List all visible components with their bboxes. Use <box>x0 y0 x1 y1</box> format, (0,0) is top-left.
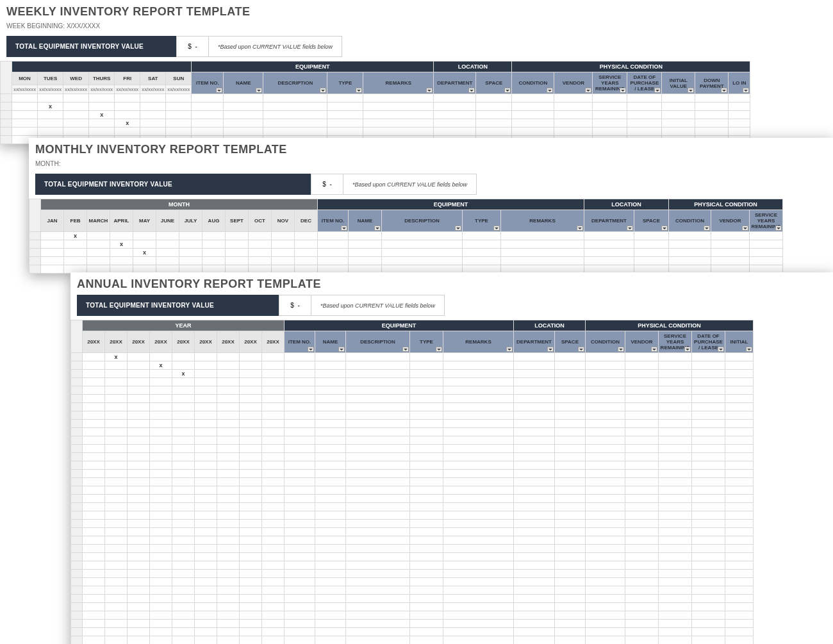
cell[interactable] <box>586 470 625 478</box>
cell[interactable] <box>443 361 514 370</box>
cell[interactable] <box>240 420 262 428</box>
date-placeholder[interactable]: xx/xx/xxxx <box>12 85 38 94</box>
cell[interactable] <box>659 386 692 395</box>
cell[interactable] <box>128 495 150 503</box>
cell[interactable] <box>262 636 285 645</box>
cell[interactable] <box>38 111 63 119</box>
cell[interactable] <box>315 611 346 620</box>
cell[interactable] <box>263 128 327 136</box>
cell[interactable] <box>150 545 172 553</box>
cell[interactable] <box>128 461 150 470</box>
cell[interactable] <box>346 461 410 470</box>
cell[interactable] <box>105 603 128 611</box>
cell[interactable] <box>133 232 156 240</box>
cell[interactable] <box>382 240 463 249</box>
cell[interactable] <box>195 428 217 436</box>
cell[interactable] <box>150 570 172 578</box>
cell[interactable] <box>659 470 692 478</box>
cell[interactable] <box>172 561 195 570</box>
cell[interactable] <box>443 595 514 603</box>
cell[interactable] <box>262 561 285 570</box>
cell[interactable] <box>285 595 315 603</box>
cell[interactable] <box>166 119 192 128</box>
cell[interactable] <box>555 628 586 636</box>
cell[interactable] <box>346 570 410 578</box>
cell[interactable] <box>729 94 750 103</box>
cell[interactable] <box>514 578 555 586</box>
cell[interactable] <box>262 428 285 436</box>
cell[interactable] <box>586 545 625 553</box>
cell[interactable] <box>64 257 87 265</box>
cell[interactable] <box>410 511 443 520</box>
cell[interactable] <box>501 257 584 265</box>
cell[interactable] <box>217 553 240 561</box>
cell[interactable] <box>128 411 150 420</box>
cell[interactable] <box>262 553 285 561</box>
cell[interactable] <box>150 620 172 628</box>
filter-dropdown-icon[interactable] <box>661 226 668 231</box>
cell[interactable] <box>315 578 346 586</box>
cell[interactable] <box>217 536 240 545</box>
cell[interactable] <box>150 378 172 386</box>
cell[interactable] <box>434 128 476 136</box>
cell[interactable] <box>627 128 662 136</box>
cell[interactable] <box>83 511 105 520</box>
cell[interactable] <box>83 386 105 395</box>
cell[interactable] <box>625 395 659 403</box>
cell[interactable] <box>692 520 725 528</box>
cell[interactable] <box>105 628 128 636</box>
cell[interactable] <box>586 436 625 445</box>
cell[interactable] <box>692 628 725 636</box>
cell[interactable] <box>140 103 166 111</box>
cell[interactable] <box>249 257 272 265</box>
cell[interactable] <box>346 603 410 611</box>
cell[interactable] <box>555 403 586 411</box>
cell[interactable] <box>555 636 586 645</box>
cell[interactable] <box>410 620 443 628</box>
cell[interactable] <box>83 420 105 428</box>
cell[interactable] <box>217 361 240 370</box>
cell[interactable] <box>192 119 224 128</box>
cell[interactable] <box>725 361 754 370</box>
cell[interactable] <box>285 586 315 595</box>
cell[interactable] <box>346 495 410 503</box>
cell[interactable] <box>64 240 87 249</box>
cell[interactable] <box>346 595 410 603</box>
cell[interactable] <box>586 395 625 403</box>
cell[interactable] <box>514 436 555 445</box>
cell[interactable] <box>634 249 669 257</box>
cell[interactable] <box>659 545 692 553</box>
cell[interactable] <box>217 470 240 478</box>
cell[interactable] <box>38 94 63 103</box>
cell[interactable] <box>150 503 172 511</box>
cell[interactable] <box>586 553 625 561</box>
cell[interactable] <box>315 411 346 420</box>
cell[interactable] <box>555 561 586 570</box>
cell[interactable] <box>586 561 625 570</box>
cell[interactable] <box>586 461 625 470</box>
cell[interactable] <box>410 553 443 561</box>
cell[interactable] <box>514 461 555 470</box>
cell[interactable] <box>625 586 659 595</box>
cell[interactable] <box>346 386 410 395</box>
cell[interactable] <box>586 353 625 361</box>
cell[interactable] <box>586 370 625 378</box>
cell[interactable] <box>443 586 514 595</box>
cell[interactable] <box>586 528 625 536</box>
cell[interactable] <box>83 411 105 420</box>
cell[interactable] <box>346 445 410 453</box>
cell[interactable] <box>217 528 240 536</box>
cell[interactable] <box>240 453 262 461</box>
cell[interactable] <box>410 595 443 603</box>
cell[interactable] <box>262 461 285 470</box>
filter-dropdown-icon[interactable] <box>468 88 475 93</box>
cell[interactable] <box>318 257 349 265</box>
filter-dropdown-icon[interactable] <box>256 88 262 93</box>
cell[interactable] <box>150 395 172 403</box>
cell[interactable] <box>554 103 593 111</box>
cell[interactable] <box>349 240 382 249</box>
cell[interactable] <box>586 503 625 511</box>
cell[interactable] <box>363 94 434 103</box>
cell[interactable] <box>692 586 725 595</box>
cell[interactable] <box>315 370 346 378</box>
